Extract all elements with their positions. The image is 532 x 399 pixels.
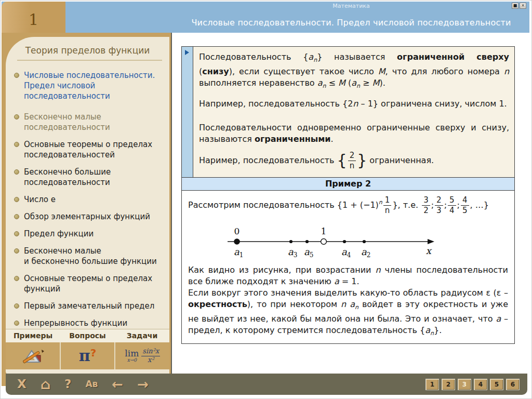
definition-paragraph: Последовательности одновременно ограниче…: [199, 122, 509, 145]
example-formula: Рассмотрим последовательность {1 + (−1)n…: [188, 196, 508, 215]
help-button[interactable]: ?: [64, 378, 71, 390]
bullet-icon: [14, 197, 19, 202]
main-content: Последовательность {an} называется огран…: [172, 33, 531, 374]
definition-box: Последовательность {an} называется огран…: [181, 46, 515, 182]
sidebar-item[interactable]: Бесконечно малые и бесконечно большие фу…: [14, 246, 166, 267]
sidebar-item[interactable]: Непрерывность функции: [14, 318, 166, 328]
svg-text:a1: a1: [234, 246, 243, 259]
sidebar-item[interactable]: Основные теоремы о пределах последовател…: [14, 139, 166, 160]
sidebar-panel: Теория пределов функции Числовые последо…: [6, 37, 169, 374]
definition-paragraph: Наример, последовательность {2n} огранич…: [199, 151, 509, 170]
example-title: Пример 2: [182, 178, 514, 191]
sidebar-item-label: Бесконечно малые и бесконечно большие фу…: [24, 246, 157, 267]
sidebar-item-label: Бесконечно большие последовательности: [24, 167, 111, 188]
bottom-toolbar: X⌂?Aв←→ 123456: [6, 374, 527, 395]
pi-question-icon: π?: [79, 348, 97, 364]
bullet-icon: [14, 303, 19, 309]
bullet-icon: [14, 73, 19, 78]
sidebar-item-label: Число е: [24, 194, 56, 205]
example-box: Пример 2 Рассмотрим последовательность {…: [181, 177, 515, 344]
svg-text:a5: a5: [304, 246, 313, 259]
sidebar: Теория пределов функции Числовые последо…: [2, 33, 172, 374]
svg-text:x: x: [426, 245, 432, 256]
sidebar-item[interactable]: Числовые последовательности. Предел числ…: [14, 70, 166, 101]
bullet-icon: [14, 231, 19, 236]
problems-icon-cell[interactable]: lim x→0 sin²x x²: [114, 342, 169, 369]
svg-text:0: 0: [234, 226, 240, 236]
sidebar-tab-labels: Примеры Вопросы Задачи: [6, 329, 169, 342]
home-button[interactable]: ⌂: [41, 377, 50, 391]
font-size-button[interactable]: Aв: [85, 380, 98, 389]
limit-formula-icon: lim x→0 sin²x x²: [125, 348, 160, 364]
page-button-6[interactable]: 6: [507, 379, 519, 390]
sidebar-item[interactable]: Первый замечательный предел: [14, 301, 166, 311]
sidebar-item-label: Первый замечательный предел: [24, 301, 154, 311]
bullet-icon: [14, 169, 19, 175]
exit-button[interactable]: X: [17, 378, 26, 390]
application-window: Математика ■ × 1 Числовые последовательн…: [0, 0, 532, 399]
window-controls: ■ ×: [512, 3, 526, 9]
svg-text:a2: a2: [361, 246, 370, 259]
definition-paragraph: Например, последовательность {2n – 1} ог…: [199, 98, 509, 110]
tab-problems[interactable]: Задачи: [115, 329, 169, 342]
bullet-icon: [14, 321, 19, 326]
bullet-icon: [14, 114, 19, 119]
header-bar: Математика ■ × 1 Числовые последовательн…: [2, 2, 529, 33]
geometry-tools-icon: [21, 346, 45, 366]
sidebar-tab-icons: π? lim x→0 sin²x x²: [6, 342, 169, 369]
tab-examples[interactable]: Примеры: [6, 329, 60, 342]
sidebar-item-label: Непрерывность функции: [24, 318, 127, 328]
page-button-1[interactable]: 1: [426, 379, 438, 390]
definition-paragraph: Последовательность {an} называется огран…: [199, 51, 509, 92]
bullet-icon: [14, 214, 19, 219]
sidebar-item[interactable]: Бесконечно малые последовательности: [14, 112, 166, 132]
sidebar-item[interactable]: Число е: [14, 194, 166, 205]
example-body: Рассмотрим последовательность {1 + (−1)n…: [182, 191, 514, 343]
app-title: Математика: [173, 3, 529, 9]
close-window-button[interactable]: ×: [520, 3, 526, 9]
lesson-number-text: 1: [29, 6, 38, 29]
example-paragraph: Если вокруг этого значения выделить каку…: [188, 287, 508, 339]
forward-button[interactable]: →: [137, 378, 149, 391]
sidebar-item-label: Предел функции: [24, 229, 94, 239]
tabs-bottom-strip: [6, 369, 169, 374]
sidebar-menu: Числовые последовательности. Предел числ…: [6, 61, 169, 329]
sidebar-item-label: Основные теоремы о пределах последовател…: [24, 139, 152, 160]
sidebar-title: Теория пределов функции: [6, 45, 169, 56]
definition-text: Последовательность {an} называется огран…: [193, 47, 514, 181]
svg-text:1: 1: [321, 226, 327, 236]
page-number-buttons: 123456: [426, 379, 519, 390]
tab-questions[interactable]: Вопросы: [60, 329, 115, 342]
page-button-4[interactable]: 4: [474, 379, 487, 390]
page-button-3-current[interactable]: 3: [458, 379, 471, 390]
page-button-5[interactable]: 5: [490, 379, 503, 390]
examples-icon-cell[interactable]: [6, 342, 60, 369]
example-paragraph: Как видно из рисунка, при возрастании n …: [188, 264, 508, 287]
definition-box-accent: [182, 47, 193, 181]
bullet-icon: [14, 142, 19, 147]
arrow-marker-icon: [185, 50, 189, 55]
sidebar-item[interactable]: Бесконечно большие последовательности: [14, 167, 166, 188]
maximize-button[interactable]: ■: [512, 3, 518, 9]
sidebar-item-label: Основные теоремы о пределах функций: [24, 273, 152, 294]
sidebar-item-label: Обзор элементарных функций: [24, 211, 150, 222]
number-line-figure: x0a1a3a51a4a2: [188, 221, 508, 262]
sidebar-item[interactable]: Обзор элементарных функций: [14, 211, 166, 222]
bullet-icon: [14, 248, 19, 254]
sidebar-item-label: Бесконечно малые последовательности: [24, 112, 110, 132]
back-button[interactable]: ←: [112, 378, 123, 391]
page-button-2[interactable]: 2: [442, 379, 455, 390]
svg-text:a3: a3: [288, 246, 297, 259]
page-title: Числовые последовательности. Предел числ…: [173, 18, 529, 28]
svg-text:a4: a4: [341, 246, 351, 259]
sidebar-item-label: Числовые последовательности. Предел числ…: [24, 70, 155, 101]
questions-icon-cell[interactable]: π?: [60, 342, 115, 369]
toolbar-buttons: X⌂?Aв←→: [17, 374, 149, 395]
sidebar-item[interactable]: Предел функции: [14, 229, 166, 239]
sidebar-item[interactable]: Основные теоремы о пределах функций: [14, 273, 166, 294]
lesson-number-badge: 1: [2, 2, 65, 33]
bullet-icon: [14, 276, 19, 281]
